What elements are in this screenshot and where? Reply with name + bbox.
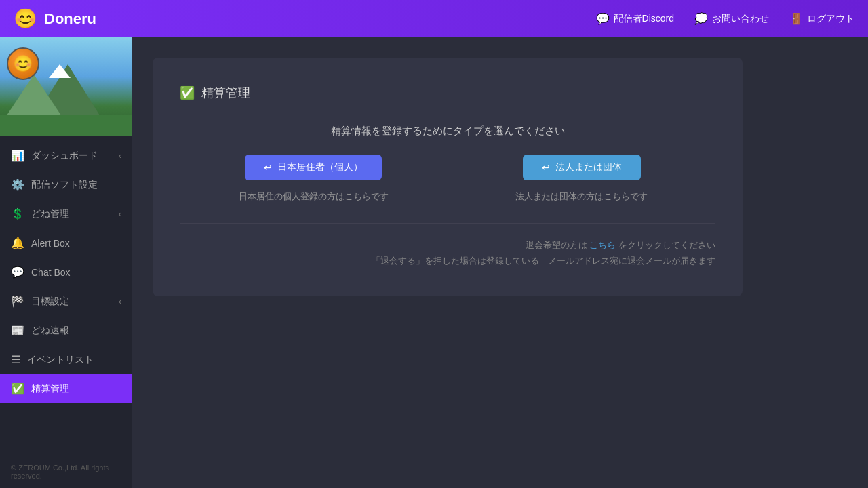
sidebar-item-label: Chat Box <box>31 267 121 278</box>
sidebar-item-chat-box[interactable]: 💬 Chat Box <box>0 258 132 287</box>
logo-area: 😊 Doneru <box>14 7 96 30</box>
sidebar-item-label: どね速報 <box>31 325 121 337</box>
copyright-text: © ZEROUM Co.,Ltd. All rights reserved. <box>11 464 109 480</box>
discord-label: 配信者Discord <box>614 13 674 25</box>
sidebar-item-done-news[interactable]: 📰 どね速報 <box>0 316 132 345</box>
dollar-icon: 💲 <box>11 207 24 220</box>
page-title: ✅ 精算管理 <box>180 85 715 101</box>
settings-icon: ⚙️ <box>11 178 24 191</box>
withdrawal-section: 退会希望の方は こちら をクリックしてください 「退会する」を押した場合は登録し… <box>180 223 715 269</box>
contact-icon: 💭 <box>694 12 708 25</box>
corporate-desc: 法人または団体の方はこちらです <box>515 190 648 203</box>
chevron-icon: ‹ <box>119 151 121 161</box>
check-icon: ✅ <box>11 382 24 395</box>
page-title-text: 精算管理 <box>201 85 250 101</box>
corporate-button[interactable]: ↩ 法人または団体 <box>523 155 641 180</box>
sidebar-avatar-area: 😊 <box>0 37 132 136</box>
sidebar-item-goal-settings[interactable]: 🏁 目標設定 ‹ <box>0 287 132 316</box>
logo-text: Doneru <box>44 10 96 28</box>
sidebar-item-dashboard[interactable]: 📊 ダッシュボード ‹ <box>0 141 132 170</box>
chat-icon: 💬 <box>11 266 24 279</box>
list-icon: ☰ <box>11 353 20 366</box>
individual-column: ↩ 日本居住者（個人） 日本居住の個人登録の方はこちらです <box>180 155 448 203</box>
sidebar-item-label: 精算管理 <box>31 383 121 395</box>
sidebar-menu: 📊 ダッシュボード ‹ ⚙️ 配信ソフト設定 💲 どね管理 ‹ 🔔 Alert … <box>0 136 132 455</box>
avatar: 😊 <box>7 47 39 80</box>
logout-label: ログアウト <box>807 13 854 25</box>
contact-link[interactable]: 💭 お問い合わせ <box>694 12 769 25</box>
header-nav: 💬 配信者Discord 💭 お問い合わせ 🚪 ログアウト <box>596 12 854 25</box>
sidebar-item-label: イベントリスト <box>27 354 121 366</box>
flag-icon: 🏁 <box>11 295 24 308</box>
sidebar-item-label: 配信ソフト設定 <box>31 179 121 191</box>
sidebar-item-label: どね管理 <box>31 208 112 220</box>
logout-icon: 🚪 <box>789 12 803 25</box>
sidebar-item-event-list[interactable]: ☰ イベントリスト <box>0 345 132 374</box>
logout-link[interactable]: 🚪 ログアウト <box>789 12 854 25</box>
discord-icon: 💬 <box>596 12 610 25</box>
individual-btn-label: 日本居住者（個人） <box>277 161 363 174</box>
mountain-left <box>7 75 61 115</box>
sidebar-item-label: ダッシュボード <box>31 150 112 162</box>
withdrawal-middle: をクリックしてください <box>618 240 715 250</box>
discord-link[interactable]: 💬 配信者Discord <box>596 12 674 25</box>
sidebar-item-streaming-settings[interactable]: ⚙️ 配信ソフト設定 <box>0 170 132 199</box>
page-card: ✅ 精算管理 精算情報を登録するためにタイプを選んでください ↩ 日本居住者（個… <box>153 58 743 296</box>
individual-button[interactable]: ↩ 日本居住者（個人） <box>245 155 382 180</box>
sidebar: 😊 📊 ダッシュボード ‹ ⚙️ 配信ソフト設定 💲 どね管理 ‹ 🔔 Aler… <box>0 37 132 488</box>
individual-desc: 日本居住の個人登録の方はこちらです <box>239 190 389 203</box>
sidebar-footer: © ZEROUM Co.,Ltd. All rights reserved. <box>0 455 132 488</box>
contact-label: お問い合わせ <box>712 13 769 25</box>
main-content: ✅ 精算管理 精算情報を登録するためにタイプを選んでください ↩ 日本居住者（個… <box>132 37 868 488</box>
header: 😊 Doneru 💬 配信者Discord 💭 お問い合わせ 🚪 ログアウト <box>0 0 868 37</box>
corporate-btn-label: 法人または団体 <box>555 161 622 174</box>
layout: 😊 📊 ダッシュボード ‹ ⚙️ 配信ソフト設定 💲 どね管理 ‹ 🔔 Aler… <box>0 0 868 488</box>
corporate-column: ↩ 法人または団体 法人または団体の方はこちらです <box>448 155 716 203</box>
page-title-icon: ✅ <box>180 85 195 100</box>
corporate-btn-icon: ↩ <box>542 162 550 173</box>
withdrawal-link[interactable]: こちら <box>589 240 616 250</box>
type-selection: ↩ 日本居住者（個人） 日本居住の個人登録の方はこちらです ↩ 法人または団体 … <box>180 155 715 203</box>
logo-emoji: 😊 <box>14 7 37 30</box>
individual-btn-icon: ↩ <box>264 162 272 173</box>
chevron-icon: ‹ <box>119 297 121 306</box>
subtitle: 精算情報を登録するためにタイプを選んでください <box>180 125 715 138</box>
bell-icon: 🔔 <box>11 237 24 249</box>
chevron-icon: ‹ <box>119 209 121 219</box>
sidebar-item-label: Alert Box <box>31 238 121 249</box>
ground-strip <box>0 115 132 136</box>
withdrawal-note: 「退会する」を押した場合は登録している メールアドレス宛に退会メールが届きます <box>372 256 715 266</box>
sidebar-item-alert-box[interactable]: 🔔 Alert Box <box>0 228 132 258</box>
news-icon: 📰 <box>11 324 24 337</box>
sidebar-item-settlement[interactable]: ✅ 精算管理 <box>0 374 132 403</box>
withdrawal-prefix: 退会希望の方は <box>526 240 587 250</box>
avatar-emoji: 😊 <box>13 54 33 73</box>
dashboard-icon: 📊 <box>11 149 24 162</box>
sidebar-item-label: 目標設定 <box>31 296 112 308</box>
sidebar-item-done-management[interactable]: 💲 どね管理 ‹ <box>0 199 132 228</box>
